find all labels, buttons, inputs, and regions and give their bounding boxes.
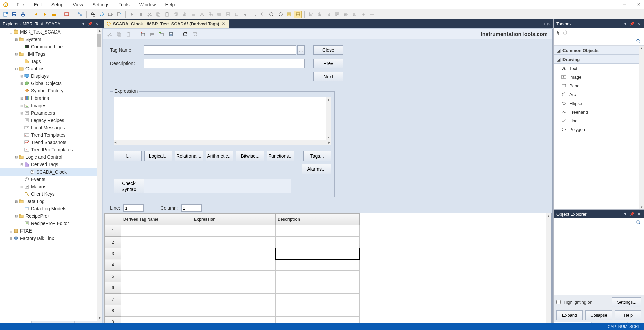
twisty-icon[interactable]: ⊟ [19, 163, 24, 167]
toolbox-body[interactable]: ◢Common Objects◢DrawingATextImagePanelAr… [554, 46, 644, 209]
close-panel-icon[interactable]: ✕ [94, 21, 99, 26]
row-header[interactable]: 4 [105, 259, 121, 271]
grid-cell[interactable] [276, 305, 360, 316]
align-bottom-button[interactable] [351, 11, 358, 18]
new-button[interactable] [2, 11, 9, 18]
display-button[interactable] [63, 11, 70, 18]
tree-node[interactable]: Data Log Models [0, 205, 102, 212]
tree-node[interactable]: ⊟Graphics [0, 65, 102, 72]
grid-cell[interactable] [192, 293, 276, 305]
grid-cell[interactable] [276, 282, 360, 293]
twisty-icon[interactable]: ⊟ [14, 52, 19, 56]
toolbox-item[interactable]: Line [554, 116, 644, 125]
tree-node[interactable]: ⊞Displays [0, 72, 102, 80]
objexp-body[interactable] [554, 227, 644, 295]
grid-cell[interactable] [121, 259, 192, 271]
align-right-button[interactable] [325, 11, 332, 18]
scroll-down-icon[interactable]: ▼ [97, 315, 102, 321]
twisty-icon[interactable]: ⊞ [19, 185, 24, 189]
tag-name-input[interactable] [144, 45, 296, 55]
menu-help[interactable]: Help [160, 1, 179, 9]
minimise-icon[interactable]: ─ [623, 2, 626, 7]
tree-node[interactable]: ⊟HMI Tags [0, 50, 102, 58]
close-panel-icon[interactable]: ✕ [636, 211, 641, 217]
up-icon[interactable]: ▲ [326, 97, 331, 102]
maximise-icon[interactable]: ❐ [630, 2, 634, 7]
menu-view[interactable]: View [68, 1, 88, 9]
zoom-out-button[interactable] [259, 11, 267, 18]
redo2-button[interactable] [277, 11, 284, 18]
grid-cell[interactable] [276, 237, 360, 248]
grid-cell[interactable] [276, 225, 360, 237]
tree-node[interactable]: Trend Snapshots [0, 139, 102, 146]
derived-tags-grid[interactable]: Derived Tag NameExpressionDescription123… [104, 213, 552, 328]
twisty-icon[interactable]: ⊟ [9, 30, 13, 34]
grid-cell[interactable] [121, 237, 192, 248]
tree-node[interactable]: SCADA_Clock [0, 168, 102, 176]
tab-next-icon[interactable]: ▷ [547, 22, 550, 26]
print-button[interactable] [19, 11, 27, 18]
tree-node[interactable]: ⊟MBR_Test_SCADA [0, 28, 102, 36]
grid-scrollbar[interactable]: ▲ ▼ [546, 213, 551, 328]
row-header[interactable]: 3 [105, 248, 121, 259]
zoom-in-button[interactable] [251, 11, 258, 18]
row-header[interactable]: 1 [105, 225, 121, 237]
check-syntax-button[interactable]: Check Syntax [114, 179, 144, 193]
grid-cell[interactable] [276, 271, 360, 282]
close-icon[interactable]: ✕ [637, 2, 641, 7]
column-value[interactable] [181, 204, 202, 212]
toolbox-category[interactable]: ◢Drawing [554, 55, 644, 64]
dup-button[interactable] [172, 11, 179, 18]
pointer-icon[interactable] [556, 30, 560, 35]
tab-prev-icon[interactable]: ◁ [543, 22, 546, 26]
functions-button[interactable]: Functions... [267, 151, 294, 161]
tree-node[interactable]: Client Keys [0, 190, 102, 198]
grid-cell[interactable] [192, 271, 276, 282]
pin-icon[interactable]: 📌 [87, 21, 93, 26]
play-button[interactable] [128, 11, 136, 18]
find-button[interactable] [89, 11, 97, 18]
tag-browse-button[interactable]: ... [297, 45, 305, 55]
collapse-button[interactable]: Collapse [585, 310, 612, 320]
tree-node[interactable]: ⊟RecipePro+ [0, 212, 102, 220]
scroll-up[interactable]: ▲ [546, 213, 551, 219]
undo2-button[interactable] [268, 11, 275, 18]
tree-node[interactable]: ⊟Data Log [0, 198, 102, 205]
up[interactable]: ▲ [639, 46, 644, 50]
twisty-icon[interactable]: ⊟ [14, 155, 19, 159]
twisty-icon[interactable]: ⊞ [19, 111, 24, 115]
refresh-button[interactable] [98, 11, 105, 18]
tree-node[interactable]: ⊞FTAE [0, 227, 102, 235]
toolbox-category[interactable]: ◢Common Objects [554, 46, 644, 55]
row-header[interactable]: 2 [105, 237, 121, 248]
help-button[interactable]: Help [615, 310, 641, 320]
toolbox-item[interactable]: Arc [554, 90, 644, 99]
tree-node[interactable]: Tags [0, 58, 102, 65]
toolbox-item[interactable]: Ellipse [554, 99, 644, 108]
toolbox-item[interactable]: AText [554, 64, 644, 73]
down-icon[interactable]: ▼ [326, 135, 331, 140]
grid-cell[interactable] [121, 248, 192, 259]
export-button[interactable] [115, 11, 123, 18]
redo-icon[interactable] [191, 30, 199, 38]
column-header[interactable]: Description [276, 214, 360, 225]
logical-button[interactable]: Logical... [144, 151, 172, 161]
grid-cell[interactable] [276, 293, 360, 305]
doc-tab-close-icon[interactable]: ✕ [221, 21, 226, 26]
align-left-button[interactable] [307, 11, 315, 18]
tree-node[interactable]: Symbol Factory [0, 87, 102, 94]
twisty-icon[interactable]: ⊞ [19, 96, 24, 100]
row-header[interactable]: 6 [105, 282, 121, 293]
delete-row-icon[interactable] [139, 30, 147, 38]
align-center-button[interactable] [316, 11, 323, 18]
column-header[interactable]: Derived Tag Name [121, 214, 192, 225]
twisty-icon[interactable]: ⊞ [9, 229, 13, 233]
grid-cell[interactable] [192, 305, 276, 316]
menu-setup[interactable]: Setup [47, 1, 68, 9]
tag-button[interactable] [107, 11, 114, 18]
tree-node[interactable]: Legacy Recipes [0, 117, 102, 124]
menu-file[interactable]: File [12, 1, 29, 9]
bitwise-button[interactable]: Bitwise... [236, 151, 264, 161]
misc-d-button[interactable] [224, 11, 232, 18]
misc-a-button[interactable] [198, 11, 206, 18]
